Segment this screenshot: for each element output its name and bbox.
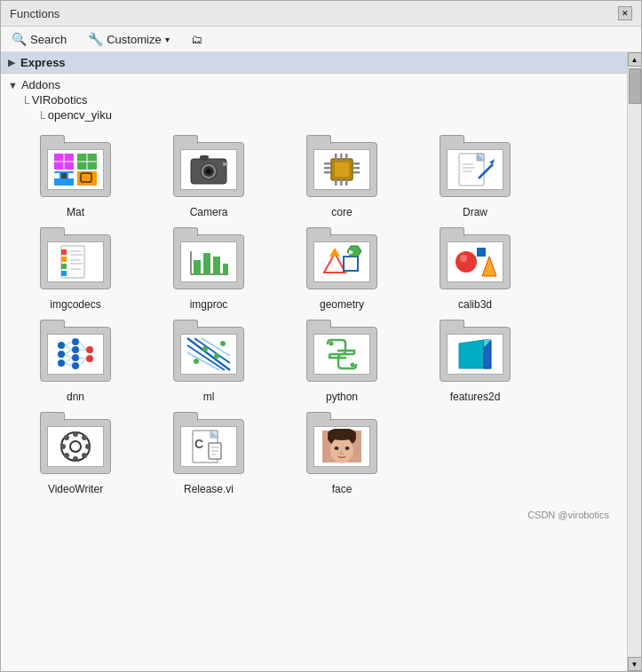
customize-button[interactable]: 🔧 Customize ▾ <box>84 30 172 48</box>
features2d-folder-icon <box>440 327 511 389</box>
functions-window: Functions ✕ 🔍 Search 🔧 Customize ▾ 🗂 ▶ E… <box>0 0 642 672</box>
svg-point-15 <box>206 169 211 174</box>
svg-rect-26 <box>335 154 337 161</box>
mat-label: Mat <box>67 206 84 218</box>
core-label: core <box>331 206 352 218</box>
svg-point-67 <box>58 360 65 367</box>
python-folder-icon <box>306 327 377 389</box>
ml-folder-icon <box>173 327 244 389</box>
icon-calib3d[interactable]: calib3d <box>413 231 537 314</box>
svg-point-70 <box>72 354 79 361</box>
icon-python[interactable]: python <box>280 323 404 407</box>
icon-ml[interactable]: ml <box>147 323 271 407</box>
draw-label: Draw <box>463 206 487 218</box>
opencv-label: opencv_yiku <box>48 108 112 122</box>
express-label: Express <box>20 56 66 69</box>
svg-rect-64 <box>477 248 486 257</box>
express-row[interactable]: ▶ Express <box>1 52 627 74</box>
scroll-thumb[interactable] <box>629 68 641 104</box>
core-folder-icon <box>306 142 377 204</box>
icon-mat[interactable]: Mat <box>13 138 138 222</box>
dnn-label: dnn <box>67 391 84 403</box>
search-button[interactable]: 🔍 Search <box>8 30 70 48</box>
svg-point-120 <box>335 447 339 450</box>
camera-label: Camera <box>190 206 228 218</box>
watermark-text: CSDN @virobotics <box>527 510 609 520</box>
icon-release[interactable]: C Release.vi <box>147 415 271 499</box>
scroll-down-button[interactable]: ▼ <box>628 657 642 671</box>
imgcodecs-label: imgcodecs <box>50 298 100 311</box>
icon-dnn[interactable]: dnn <box>13 323 138 407</box>
svg-point-90 <box>202 346 208 352</box>
svg-point-105 <box>82 453 87 458</box>
svg-rect-19 <box>335 162 349 177</box>
copy-button[interactable]: 🗂 <box>187 31 206 48</box>
svg-line-77 <box>65 354 72 358</box>
icon-geometry[interactable]: ▶ geometry <box>280 231 404 314</box>
svg-rect-29 <box>335 178 337 186</box>
ml-label: ml <box>203 391 215 403</box>
connector-icon: L <box>24 94 30 107</box>
svg-point-106 <box>64 453 69 458</box>
face-folder-icon <box>306 419 377 481</box>
svg-rect-57 <box>344 257 358 271</box>
draw-folder-icon <box>440 142 511 204</box>
search-label: Search <box>30 33 67 46</box>
svg-point-121 <box>345 447 350 450</box>
svg-rect-41 <box>61 249 67 255</box>
svg-point-68 <box>72 338 79 345</box>
icon-imgcodecs[interactable]: imgcodecs <box>13 231 138 314</box>
svg-point-61 <box>456 251 477 273</box>
addons-row[interactable]: ▼ Addons <box>8 77 627 92</box>
svg-point-72 <box>86 346 93 353</box>
icon-imgproc[interactable]: imgproc <box>147 231 271 314</box>
svg-rect-22 <box>324 171 331 174</box>
icon-features2d[interactable]: features2d <box>413 323 537 407</box>
icon-draw[interactable]: Draw <box>413 138 537 222</box>
svg-rect-44 <box>61 271 67 276</box>
svg-line-75 <box>65 345 72 350</box>
svg-point-107 <box>82 435 87 440</box>
customize-label: Customize <box>107 33 161 46</box>
svg-rect-51 <box>194 260 201 274</box>
title-bar: Functions ✕ <box>1 1 641 27</box>
geometry-folder-icon: ▶ <box>306 234 377 296</box>
imgproc-folder-icon <box>173 234 244 296</box>
scroll-up-button[interactable]: ▲ <box>628 52 642 67</box>
addons-label: Addons <box>21 78 60 91</box>
virobotics-label: VIRobotics <box>32 93 88 107</box>
svg-line-79 <box>65 363 72 366</box>
features2d-label: features2d <box>450 391 501 403</box>
svg-point-103 <box>85 444 91 449</box>
opencv-row[interactable]: L opencv_yiku <box>8 107 627 123</box>
close-button[interactable]: ✕ <box>618 6 632 20</box>
videowriter-label: VideoWriter <box>48 483 103 495</box>
icon-camera[interactable]: Camera <box>147 138 271 222</box>
svg-rect-31 <box>345 178 348 186</box>
release-folder-icon: C <box>173 419 244 481</box>
svg-point-69 <box>72 346 79 353</box>
icon-core[interactable]: core <box>280 138 404 222</box>
icons-grid: Mat <box>1 126 627 508</box>
svg-rect-21 <box>324 167 331 170</box>
svg-rect-42 <box>61 257 67 262</box>
svg-point-104 <box>64 435 69 440</box>
content-area: ▶ Express ▼ Addons L VIRobotics L opencv… <box>1 52 641 671</box>
svg-point-100 <box>73 431 78 437</box>
toolbar: 🔍 Search 🔧 Customize ▾ 🗂 <box>1 27 641 52</box>
calib3d-folder-icon <box>440 234 511 296</box>
dropdown-arrow-icon: ▾ <box>165 35 170 44</box>
svg-line-76 <box>65 350 72 354</box>
svg-rect-52 <box>203 253 210 274</box>
virobotics-row[interactable]: L VIRobotics <box>8 92 627 107</box>
icon-face[interactable]: face <box>280 415 404 499</box>
svg-line-80 <box>79 342 86 350</box>
release-label: Release.vi <box>184 483 234 495</box>
icon-videowriter[interactable]: VideoWriter <box>13 415 138 499</box>
svg-marker-58 <box>329 248 340 257</box>
watermark: CSDN @virobotics <box>1 508 627 524</box>
scrollbar[interactable]: ▲ ▼ <box>627 52 641 671</box>
svg-point-62 <box>460 255 467 262</box>
svg-point-92 <box>220 341 226 346</box>
svg-rect-27 <box>340 154 343 161</box>
